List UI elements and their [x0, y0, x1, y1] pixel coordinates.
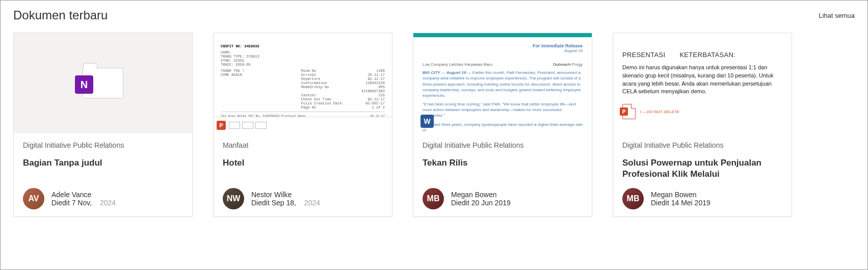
document-title: Bagian Tanpa judul [23, 157, 183, 169]
document-thumbnail: CNSFIT NO: 3458036 CARD:TRANS TYPE: 3700… [214, 33, 392, 133]
document-thumbnail: PRESENTASI KETERBATASAN: Demo ini harus … [613, 33, 792, 133]
document-location: Digital Initiative Public Relations [23, 141, 183, 149]
document-location: Digital Initiative Public Relations [423, 141, 583, 149]
onenote-folder-icon: N [83, 68, 123, 98]
document-title: Tekan Rilis [423, 157, 583, 169]
document-thumbnail: N [14, 33, 192, 133]
slide-title-a: PRESENTASI [622, 51, 665, 59]
document-location: Digital Initiative Public Relations [622, 141, 782, 149]
word-icon: W [420, 115, 434, 128]
powerpoint-filmstrip: P [214, 117, 392, 133]
receipt-header: CNSFIT NO: 3458036 [221, 44, 385, 48]
document-location: Manfaat [223, 141, 383, 149]
slide-description: Demo ini harus digunakan hanya untuk pre… [622, 64, 782, 96]
document-title: Solusi Powernap untuk Penjualan Profesio… [622, 157, 782, 180]
avatar: MB [423, 188, 444, 209]
slide-title-b: KETERBATASAN: [679, 51, 735, 59]
see-all-link[interactable]: Lihat semua [819, 12, 855, 19]
document-title: Hotel [223, 157, 383, 169]
edited-label: Diedit Sep 18, 2024 [251, 199, 320, 207]
press-release-date: August 19 [423, 48, 583, 53]
document-card[interactable]: N Digital Initiative Public Relations Ba… [13, 33, 193, 217]
document-cards-row: N Digital Initiative Public Relations Ba… [13, 33, 855, 217]
author-name: Megan Bowen [651, 191, 717, 199]
edited-label: Diedit 20 Jun 2019 [451, 199, 517, 207]
press-release-header: For Immediate Release [423, 43, 583, 48]
document-thumbnail: For Immediate Release August 19 Loa Comp… [413, 33, 592, 133]
author-name: Nestor Wilke [251, 191, 320, 199]
onenote-icon: N [75, 75, 93, 94]
document-card[interactable]: PRESENTASI KETERBATASAN: Demo ini harus … [613, 33, 792, 217]
powerpoint-icon: P [217, 121, 226, 130]
author-name: Megan Bowen [451, 191, 517, 199]
powerpoint-file-icon: P [622, 104, 636, 119]
document-card[interactable]: For Immediate Release August 19 Loa Comp… [413, 33, 592, 217]
avatar: MB [622, 188, 644, 209]
avatar: NW [223, 188, 244, 209]
do-not-delete-label: < – DO NOT DELETE [640, 110, 679, 114]
edited-label: Diedit 14 Mei 2019 [651, 199, 717, 207]
avatar: AV [23, 188, 44, 209]
receipt-left: THANK YOU !COME AGAIN [221, 69, 292, 107]
document-card[interactable]: CNSFIT NO: 3458036 CARD:TRANS TYPE: 3700… [213, 33, 392, 217]
edited-label: Diedit 7 Nov, 2024 [51, 199, 116, 207]
receipt-block: CARD:TRANS TYPE: 370013STAN: 32355TRACE:… [221, 50, 385, 67]
section-title: Dokumen terbaru [13, 8, 108, 22]
author-name: Adele Vance [51, 191, 116, 199]
